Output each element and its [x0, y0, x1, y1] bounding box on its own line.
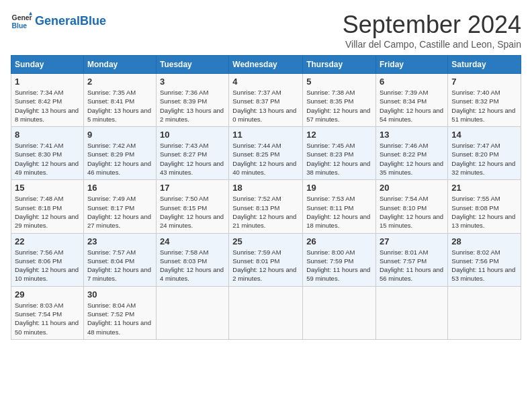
- day-info: Sunrise: 7:56 AM Sunset: 8:06 PM Dayligh…: [15, 248, 80, 283]
- day-number: 10: [160, 130, 225, 140]
- day-cell: 3 Sunrise: 7:36 AM Sunset: 8:39 PM Dayli…: [156, 74, 228, 127]
- day-cell: 9 Sunrise: 7:42 AM Sunset: 8:29 PM Dayli…: [83, 127, 156, 180]
- day-cell: 30 Sunrise: 8:04 AM Sunset: 7:52 PM Dayl…: [83, 286, 156, 339]
- logo: General Blue GeneralBlue: [11, 11, 106, 32]
- day-info: Sunrise: 7:47 AM Sunset: 8:20 PM Dayligh…: [451, 141, 517, 177]
- week-row-4: 22 Sunrise: 7:56 AM Sunset: 8:06 PM Dayl…: [11, 233, 521, 286]
- day-info: Sunrise: 7:38 AM Sunset: 8:35 PM Dayligh…: [306, 88, 372, 124]
- day-cell: 13 Sunrise: 7:46 AM Sunset: 8:22 PM Dayl…: [376, 127, 448, 180]
- day-number: 19: [306, 183, 372, 193]
- day-cell: 12 Sunrise: 7:45 AM Sunset: 8:23 PM Dayl…: [303, 127, 376, 180]
- logo-general: General: [35, 14, 80, 28]
- header-day-tuesday: Tuesday: [156, 56, 228, 74]
- day-number: 4: [232, 77, 299, 87]
- day-cell: 11 Sunrise: 7:44 AM Sunset: 8:25 PM Dayl…: [229, 127, 303, 180]
- day-info: Sunrise: 7:50 AM Sunset: 8:15 PM Dayligh…: [160, 194, 225, 230]
- day-cell: 29 Sunrise: 8:03 AM Sunset: 7:54 PM Dayl…: [11, 286, 84, 339]
- day-number: 14: [451, 130, 517, 140]
- logo-text: GeneralBlue: [35, 15, 106, 28]
- day-info: Sunrise: 8:03 AM Sunset: 7:54 PM Dayligh…: [15, 301, 80, 336]
- svg-marker-2: [29, 12, 32, 15]
- calendar-title: September 2024: [343, 11, 521, 39]
- day-number: 15: [15, 183, 80, 193]
- day-info: Sunrise: 7:44 AM Sunset: 8:25 PM Dayligh…: [232, 141, 299, 177]
- day-number: 27: [380, 236, 444, 246]
- day-cell: 18 Sunrise: 7:52 AM Sunset: 8:13 PM Dayl…: [229, 180, 303, 233]
- day-info: Sunrise: 7:36 AM Sunset: 8:39 PM Dayligh…: [160, 88, 225, 124]
- header-day-thursday: Thursday: [303, 56, 376, 74]
- svg-text:Blue: Blue: [12, 22, 28, 30]
- header-day-friday: Friday: [376, 56, 448, 74]
- day-info: Sunrise: 8:02 AM Sunset: 7:56 PM Dayligh…: [451, 248, 517, 283]
- day-number: 28: [451, 236, 517, 246]
- day-info: Sunrise: 7:49 AM Sunset: 8:17 PM Dayligh…: [87, 194, 152, 230]
- day-number: 13: [380, 130, 444, 140]
- day-number: 29: [15, 289, 80, 300]
- day-cell: 28 Sunrise: 8:02 AM Sunset: 7:56 PM Dayl…: [448, 233, 521, 286]
- day-cell: 14 Sunrise: 7:47 AM Sunset: 8:20 PM Dayl…: [448, 127, 521, 180]
- day-cell: 10 Sunrise: 7:43 AM Sunset: 8:27 PM Dayl…: [156, 127, 228, 180]
- day-number: 21: [451, 183, 517, 193]
- day-cell: 21 Sunrise: 7:55 AM Sunset: 8:08 PM Dayl…: [448, 180, 521, 233]
- day-info: Sunrise: 7:58 AM Sunset: 8:03 PM Dayligh…: [160, 248, 225, 283]
- day-info: Sunrise: 8:01 AM Sunset: 7:57 PM Dayligh…: [380, 248, 444, 283]
- day-number: 7: [451, 77, 517, 87]
- day-number: 12: [306, 130, 372, 140]
- day-number: 24: [160, 236, 225, 246]
- day-number: 9: [87, 130, 152, 140]
- day-cell: [229, 286, 303, 339]
- day-number: 30: [87, 289, 152, 300]
- day-number: 6: [380, 77, 444, 87]
- day-info: Sunrise: 7:43 AM Sunset: 8:27 PM Dayligh…: [160, 141, 225, 177]
- day-number: 5: [306, 77, 372, 87]
- day-number: 18: [232, 183, 299, 193]
- header-day-saturday: Saturday: [448, 56, 521, 74]
- header-day-wednesday: Wednesday: [229, 56, 303, 74]
- week-row-1: 1 Sunrise: 7:34 AM Sunset: 8:42 PM Dayli…: [11, 74, 521, 127]
- day-cell: 6 Sunrise: 7:39 AM Sunset: 8:34 PM Dayli…: [376, 74, 448, 127]
- header-day-monday: Monday: [83, 56, 156, 74]
- day-cell: 23 Sunrise: 7:57 AM Sunset: 8:04 PM Dayl…: [83, 233, 156, 286]
- day-info: Sunrise: 7:34 AM Sunset: 8:42 PM Dayligh…: [15, 88, 80, 124]
- day-cell: 25 Sunrise: 7:59 AM Sunset: 8:01 PM Dayl…: [229, 233, 303, 286]
- day-number: 3: [160, 77, 225, 87]
- day-number: 25: [232, 236, 299, 246]
- day-info: Sunrise: 7:41 AM Sunset: 8:30 PM Dayligh…: [15, 141, 80, 177]
- day-cell: 24 Sunrise: 7:58 AM Sunset: 8:03 PM Dayl…: [156, 233, 228, 286]
- day-number: 16: [87, 183, 152, 193]
- day-info: Sunrise: 7:52 AM Sunset: 8:13 PM Dayligh…: [232, 194, 299, 230]
- day-cell: 17 Sunrise: 7:50 AM Sunset: 8:15 PM Dayl…: [156, 180, 228, 233]
- svg-text:General: General: [12, 14, 32, 21]
- day-info: Sunrise: 7:39 AM Sunset: 8:34 PM Dayligh…: [380, 88, 444, 124]
- day-cell: 16 Sunrise: 7:49 AM Sunset: 8:17 PM Dayl…: [83, 180, 156, 233]
- day-number: 26: [306, 236, 372, 246]
- week-row-5: 29 Sunrise: 8:03 AM Sunset: 7:54 PM Dayl…: [11, 286, 521, 339]
- day-info: Sunrise: 7:42 AM Sunset: 8:29 PM Dayligh…: [87, 141, 152, 177]
- week-row-2: 8 Sunrise: 7:41 AM Sunset: 8:30 PM Dayli…: [11, 127, 521, 180]
- title-section: September 2024 Villar del Campo, Castill…: [343, 11, 521, 50]
- week-row-3: 15 Sunrise: 7:48 AM Sunset: 8:18 PM Dayl…: [11, 180, 521, 233]
- day-number: 1: [15, 77, 80, 87]
- day-cell: 2 Sunrise: 7:35 AM Sunset: 8:41 PM Dayli…: [83, 74, 156, 127]
- day-cell: 4 Sunrise: 7:37 AM Sunset: 8:37 PM Dayli…: [229, 74, 303, 127]
- day-info: Sunrise: 7:59 AM Sunset: 8:01 PM Dayligh…: [232, 248, 299, 283]
- day-number: 2: [87, 77, 152, 87]
- day-cell: [303, 286, 376, 339]
- header-row: SundayMondayTuesdayWednesdayThursdayFrid…: [11, 56, 521, 74]
- day-info: Sunrise: 7:57 AM Sunset: 8:04 PM Dayligh…: [87, 248, 152, 283]
- day-number: 22: [15, 236, 80, 246]
- day-cell: 22 Sunrise: 7:56 AM Sunset: 8:06 PM Dayl…: [11, 233, 84, 286]
- calendar-subtitle: Villar del Campo, Castille and Leon, Spa…: [343, 39, 521, 50]
- day-info: Sunrise: 7:55 AM Sunset: 8:08 PM Dayligh…: [451, 194, 517, 230]
- day-info: Sunrise: 7:45 AM Sunset: 8:23 PM Dayligh…: [306, 141, 372, 177]
- day-cell: 8 Sunrise: 7:41 AM Sunset: 8:30 PM Dayli…: [11, 127, 84, 180]
- day-cell: 1 Sunrise: 7:34 AM Sunset: 8:42 PM Dayli…: [11, 74, 84, 127]
- calendar-table: SundayMondayTuesdayWednesdayThursdayFrid…: [11, 55, 521, 340]
- day-cell: 26 Sunrise: 8:00 AM Sunset: 7:59 PM Dayl…: [303, 233, 376, 286]
- day-info: Sunrise: 8:04 AM Sunset: 7:52 PM Dayligh…: [87, 301, 152, 336]
- day-number: 11: [232, 130, 299, 140]
- day-number: 8: [15, 130, 80, 140]
- day-cell: 20 Sunrise: 7:54 AM Sunset: 8:10 PM Dayl…: [376, 180, 448, 233]
- day-number: 17: [160, 183, 225, 193]
- day-number: 23: [87, 236, 152, 246]
